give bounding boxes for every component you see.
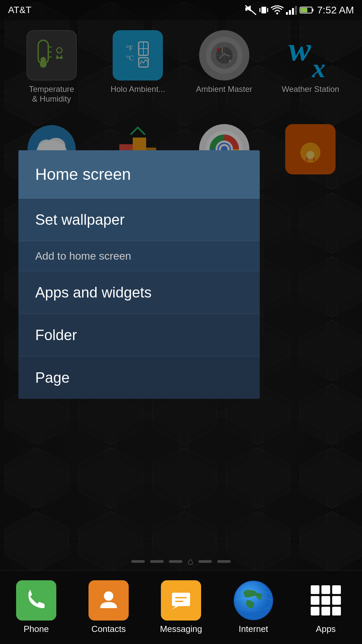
svg-rect-75 bbox=[332, 585, 341, 594]
svg-rect-11 bbox=[267, 8, 268, 12]
svg-marker-67 bbox=[172, 606, 179, 609]
svg-rect-16 bbox=[295, 6, 297, 15]
menu-item-apps-widgets[interactable]: Apps and widgets bbox=[18, 271, 260, 314]
dock-icon-phone bbox=[16, 580, 56, 621]
menu-label-add-home: Add to home screen bbox=[35, 250, 131, 262]
status-right-group: 7:52 AM bbox=[245, 4, 354, 16]
svg-point-71 bbox=[234, 581, 273, 620]
dock-label-messaging: Messaging bbox=[160, 624, 202, 634]
status-icons bbox=[245, 5, 314, 15]
svg-rect-74 bbox=[321, 585, 330, 594]
svg-rect-8 bbox=[245, 7, 247, 11]
dock-item-phone[interactable]: Phone bbox=[0, 580, 72, 634]
svg-rect-13 bbox=[286, 12, 288, 15]
dock-icon-internet bbox=[233, 580, 274, 621]
svg-rect-73 bbox=[311, 585, 319, 594]
status-time: 7:52 AM bbox=[317, 4, 354, 16]
svg-rect-77 bbox=[321, 596, 330, 605]
dock-item-apps[interactable]: Apps bbox=[290, 580, 362, 634]
svg-rect-10 bbox=[259, 8, 260, 12]
dock-label-phone: Phone bbox=[23, 624, 49, 634]
menu-item-page[interactable]: Page bbox=[18, 357, 260, 399]
svg-rect-66 bbox=[172, 593, 190, 606]
menu-label-folder: Folder bbox=[35, 327, 77, 343]
svg-rect-79 bbox=[311, 607, 319, 615]
battery-icon bbox=[300, 6, 314, 14]
svg-rect-14 bbox=[289, 10, 291, 15]
dock-label-contacts: Contacts bbox=[92, 624, 126, 634]
svg-point-65 bbox=[104, 591, 113, 601]
status-bar: AT&T bbox=[0, 0, 362, 20]
menu-label-home-screen: Home screen bbox=[35, 165, 131, 183]
menu-label-page: Page bbox=[35, 369, 70, 386]
menu-label-set-wallpaper: Set wallpaper bbox=[35, 211, 125, 228]
menu-item-folder[interactable]: Folder bbox=[18, 314, 260, 357]
bottom-dock: Phone Contacts Messaging bbox=[0, 570, 362, 644]
svg-rect-78 bbox=[332, 596, 341, 605]
svg-point-12 bbox=[276, 12, 278, 14]
dock-label-internet: Internet bbox=[239, 624, 268, 634]
signal-icon bbox=[286, 5, 298, 15]
svg-rect-81 bbox=[332, 607, 341, 615]
wifi-icon bbox=[271, 5, 284, 15]
carrier-text: AT&T bbox=[8, 5, 31, 15]
menu-item-add-home[interactable]: Add to home screen bbox=[18, 241, 260, 271]
dock-item-messaging[interactable]: Messaging bbox=[145, 580, 217, 634]
context-menu: Home screen Set wallpaper Add to home sc… bbox=[18, 150, 260, 399]
mute-icon bbox=[245, 5, 257, 15]
svg-rect-9 bbox=[261, 7, 266, 13]
menu-item-set-wallpaper[interactable]: Set wallpaper bbox=[18, 199, 260, 241]
vibrate-icon bbox=[259, 5, 269, 15]
svg-rect-76 bbox=[311, 596, 319, 605]
dock-item-internet[interactable]: Internet bbox=[217, 580, 290, 634]
svg-rect-19 bbox=[301, 8, 307, 12]
dock-icon-contacts bbox=[88, 580, 129, 621]
svg-rect-18 bbox=[312, 9, 313, 11]
svg-rect-80 bbox=[321, 607, 330, 615]
menu-label-apps-widgets: Apps and widgets bbox=[35, 284, 152, 301]
dock-label-apps: Apps bbox=[316, 624, 336, 634]
svg-rect-15 bbox=[292, 8, 294, 15]
dock-item-contacts[interactable]: Contacts bbox=[72, 580, 145, 634]
dock-icon-messaging bbox=[161, 580, 201, 621]
menu-item-home-screen[interactable]: Home screen bbox=[18, 150, 260, 199]
dock-icon-apps bbox=[306, 580, 346, 621]
